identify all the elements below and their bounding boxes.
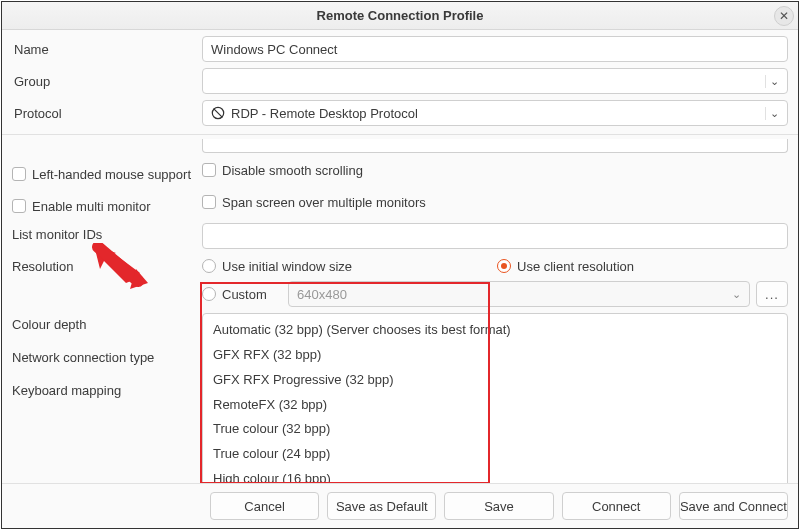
radio-client-label: Use client resolution [517, 259, 634, 274]
chevron-down-icon: ⌄ [765, 75, 787, 88]
svg-line-1 [214, 109, 223, 118]
button-bar: Cancel Save as Default Save Connect Save… [2, 483, 798, 528]
custom-resolution-combo[interactable]: 640x480 ⌄ [288, 281, 750, 307]
colour-depth-listbox[interactable]: Automatic (32 bpp) (Server chooses its b… [202, 313, 788, 483]
radio-icon [202, 287, 216, 301]
custom-resolution-value: 640x480 [297, 287, 347, 302]
list-monitor-input[interactable] [202, 223, 788, 249]
list-monitor-label: List monitor IDs [12, 223, 202, 242]
name-label: Name [12, 42, 202, 57]
checkbox-icon [202, 163, 216, 177]
rdp-icon [211, 106, 225, 120]
titlebar: Remote Connection Profile ✕ [2, 2, 798, 30]
protocol-combo[interactable]: RDP - Remote Desktop Protocol ⌄ [202, 100, 788, 126]
colour-depth-option[interactable]: True colour (24 bpp) [203, 442, 787, 467]
cancel-button[interactable]: Cancel [210, 492, 319, 520]
save-default-label: Save as Default [336, 499, 428, 514]
span-screen-label: Span screen over multiple monitors [222, 195, 426, 210]
colour-depth-option[interactable]: Automatic (32 bpp) (Server chooses its b… [203, 318, 787, 343]
enable-multi-checkbox[interactable]: Enable multi monitor [12, 195, 202, 217]
checkbox-icon [12, 199, 26, 213]
span-screen-checkbox[interactable]: Span screen over multiple monitors [202, 191, 788, 213]
radio-initial-label: Use initial window size [222, 259, 352, 274]
name-input[interactable] [202, 36, 788, 62]
clipped-input[interactable] [202, 139, 788, 153]
group-label: Group [12, 74, 202, 89]
disable-smooth-label: Disable smooth scrolling [222, 163, 363, 178]
window: Remote Connection Profile ✕ Name Group ⌄… [1, 1, 799, 529]
radio-icon [202, 259, 216, 273]
connect-label: Connect [592, 499, 640, 514]
save-label: Save [484, 499, 514, 514]
network-type-label: Network connection type [12, 350, 202, 365]
resolution-more-button[interactable]: ... [756, 281, 788, 307]
colour-depth-option[interactable]: RemoteFX (32 bpp) [203, 393, 787, 418]
colour-depth-label: Colour depth [12, 317, 202, 332]
radio-client-resolution[interactable]: Use client resolution [497, 255, 788, 277]
radio-custom[interactable]: Custom [202, 283, 282, 305]
save-default-button[interactable]: Save as Default [327, 492, 436, 520]
top-section: Name Group ⌄ Protocol RDP - Rem [2, 30, 798, 135]
checkbox-icon [202, 195, 216, 209]
resolution-label: Resolution [12, 255, 202, 274]
keyboard-mapping-label: Keyboard mapping [12, 383, 202, 398]
connect-button[interactable]: Connect [562, 492, 671, 520]
mid-section: Left-handed mouse support Disable smooth… [2, 135, 798, 483]
buttonbar-spacer [12, 492, 202, 520]
chevron-down-icon: ⌄ [765, 107, 787, 120]
checkbox-icon [12, 167, 26, 181]
close-icon: ✕ [779, 9, 789, 23]
colour-depth-option[interactable]: GFX RFX (32 bpp) [203, 343, 787, 368]
protocol-value: RDP - Remote Desktop Protocol [231, 106, 765, 121]
cancel-label: Cancel [244, 499, 284, 514]
ellipsis-icon: ... [765, 287, 779, 302]
save-connect-label: Save and Connect [680, 499, 787, 514]
colour-depth-option[interactable]: High colour (16 bpp) [203, 467, 787, 483]
radio-initial-window[interactable]: Use initial window size [202, 255, 493, 277]
enable-multi-label: Enable multi monitor [32, 199, 151, 214]
radio-custom-label: Custom [222, 287, 267, 302]
colour-depth-option[interactable]: GFX RFX Progressive (32 bpp) [203, 368, 787, 393]
left-handed-label: Left-handed mouse support [32, 167, 191, 182]
close-button[interactable]: ✕ [774, 6, 794, 26]
radio-icon [497, 259, 511, 273]
group-combo[interactable]: ⌄ [202, 68, 788, 94]
colour-depth-option[interactable]: True colour (32 bpp) [203, 417, 787, 442]
protocol-label: Protocol [12, 106, 202, 121]
window-title: Remote Connection Profile [2, 8, 798, 23]
save-button[interactable]: Save [444, 492, 553, 520]
left-handed-checkbox[interactable]: Left-handed mouse support [12, 163, 202, 185]
disable-smooth-checkbox[interactable]: Disable smooth scrolling [202, 159, 788, 181]
save-connect-button[interactable]: Save and Connect [679, 492, 788, 520]
chevron-down-icon: ⌄ [732, 288, 741, 301]
